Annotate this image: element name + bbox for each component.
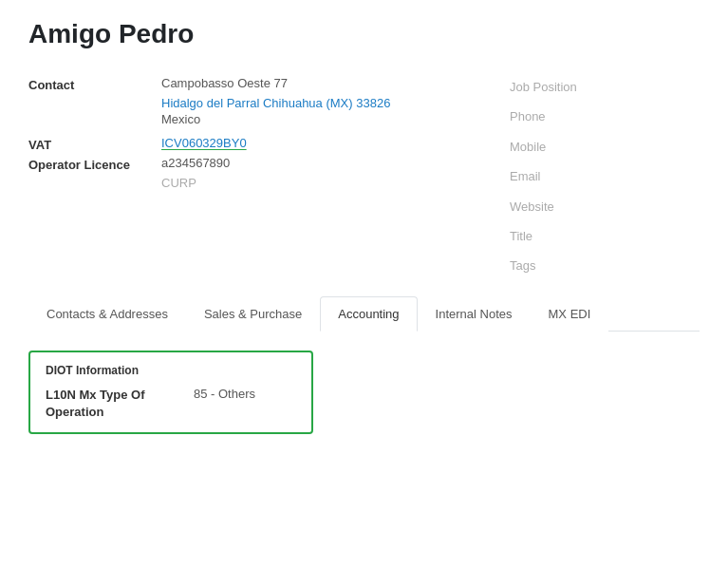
tab-internal-notes[interactable]: Internal Notes <box>418 296 531 332</box>
right-field-mobile[interactable]: Mobile <box>510 136 700 158</box>
tab-mx-edi[interactable]: MX EDI <box>531 296 609 332</box>
street-value: Campobasso Oeste 77 <box>161 76 288 90</box>
contact-left: Contact Campobasso Oeste 77 Hidalgo del … <box>28 76 481 277</box>
city-state-block: Hidalgo del Parral Chihuahua (MX) 33826 … <box>161 96 481 130</box>
right-field-tags[interactable]: Tags <box>510 255 700 276</box>
vat-label: VAT <box>28 136 161 152</box>
vat-value[interactable]: ICV060329BY0 <box>161 136 247 150</box>
vat-row: VAT ICV060329BY0 <box>28 136 481 152</box>
tab-contacts[interactable]: Contacts & Addresses <box>28 296 186 332</box>
right-field-title[interactable]: Title <box>510 225 700 247</box>
right-field-website[interactable]: Website <box>510 196 700 218</box>
operator-value: a234567890 <box>161 156 230 170</box>
country-value: Mexico <box>161 110 481 130</box>
page-container: Amigo Pedro Contact Campobasso Oeste 77 … <box>0 0 728 468</box>
diot-field-label: L10N Mx Type Of Operation <box>46 387 178 421</box>
tabs-bar: Contacts & Addresses Sales & Purchase Ac… <box>28 296 700 332</box>
curp-label: CURP <box>161 176 481 190</box>
tab-sales[interactable]: Sales & Purchase <box>186 296 320 332</box>
city-state-value: Hidalgo del Parral Chihuahua (MX) 33826 <box>161 96 481 110</box>
diot-row: L10N Mx Type Of Operation 85 - Others <box>46 387 296 421</box>
operator-row: Operator Licence a234567890 <box>28 156 481 172</box>
accounting-tab-content: DIOT Information L10N Mx Type Of Operati… <box>28 332 700 449</box>
diot-field-value: 85 - Others <box>194 387 255 401</box>
contact-label: Contact <box>28 76 161 92</box>
operator-label: Operator Licence <box>28 156 161 172</box>
contact-section: Contact Campobasso Oeste 77 Hidalgo del … <box>28 76 700 277</box>
right-field-phone[interactable]: Phone <box>510 105 700 127</box>
diot-box: DIOT Information L10N Mx Type Of Operati… <box>28 351 313 434</box>
right-field-email[interactable]: Email <box>510 165 700 187</box>
page-title: Amigo Pedro <box>28 19 700 49</box>
contact-field-row: Contact Campobasso Oeste 77 <box>28 76 481 92</box>
tab-accounting[interactable]: Accounting <box>320 296 417 332</box>
diot-title: DIOT Information <box>46 364 296 377</box>
right-field-job-position[interactable]: Job Position <box>510 76 700 98</box>
contact-right: Job Position Phone Mobile Email Website … <box>510 76 700 277</box>
